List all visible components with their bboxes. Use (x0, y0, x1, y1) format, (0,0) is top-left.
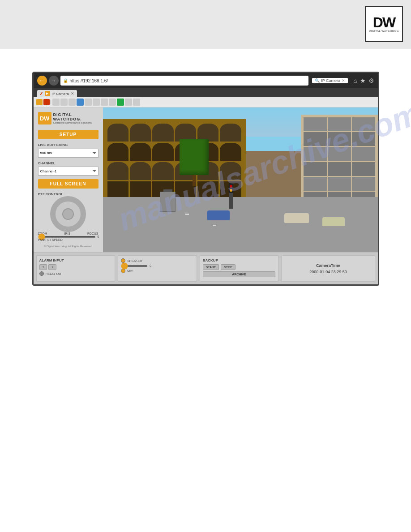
road-marking (213, 225, 216, 226)
window (304, 147, 327, 161)
window (107, 181, 128, 199)
relay-out-label: RELAY OUT (46, 272, 63, 275)
window (304, 162, 327, 176)
browser-window: ← → 🔒 https://192.168.1.6/ 🔍 IP Camera ✕… (32, 72, 379, 286)
sidebar-brand: DIGITAL WATCHDOG. Complete Surveillance … (53, 112, 92, 124)
channel-label: CHANNEL (38, 161, 98, 165)
sidebar-brand-name: DIGITAL WATCHDOG. (53, 112, 92, 121)
settings-icon[interactable]: ⚙ (368, 77, 374, 84)
browser-tab[interactable]: ✗ ▶ IP Camera ✕ (37, 90, 77, 97)
tree-foliage (180, 139, 209, 175)
lock-icon: 🔒 (63, 78, 68, 83)
home-icon[interactable]: ⌂ (353, 77, 357, 84)
address-bar[interactable]: 🔒 https://192.168.1.6/ (60, 76, 309, 86)
setup-button[interactable]: SETUP (38, 130, 98, 139)
alarm-btn-2[interactable]: 2 (48, 264, 56, 270)
bus-stop-panel (160, 192, 176, 212)
toolbar-icon-5[interactable] (68, 99, 76, 106)
camera-main: DW DIGITAL WATCHDOG. Complete Surveillan… (34, 107, 378, 252)
camera-time-title: CameraTime (316, 263, 340, 268)
channel-section: CHANNEL Channel-1 (38, 161, 98, 176)
alarm-btn-1[interactable]: 1 (39, 264, 47, 270)
camera-interface: DW DIGITAL WATCHDOG. Complete Surveillan… (34, 107, 378, 284)
fullscreen-button[interactable]: FULL SCREEN (38, 179, 98, 189)
window (304, 132, 327, 146)
toolbar-icon-2[interactable] (43, 99, 50, 105)
sidebar-logo-text: DW (40, 115, 50, 122)
backup-stop-btn[interactable]: STOP (221, 264, 235, 270)
star-icon[interactable]: ★ (360, 77, 366, 84)
ptz-inner-button[interactable] (62, 208, 74, 220)
window (107, 124, 128, 142)
speaker-slider-row: 0 (121, 264, 194, 267)
toolbar-icon-3[interactable] (52, 99, 60, 106)
mic-label: MIC (127, 270, 133, 273)
window (152, 124, 173, 142)
toolbar-separator: | (51, 100, 51, 104)
camera-sidebar: DW DIGITAL WATCHDOG. Complete Surveillan… (34, 107, 103, 252)
window (304, 117, 327, 131)
toolbar-icon-7[interactable] (85, 99, 92, 106)
toolbar-icon-8[interactable] (93, 99, 100, 106)
toolbar-icon-10[interactable] (109, 99, 116, 106)
window (328, 147, 351, 161)
window (107, 162, 128, 180)
ptz-speed-slider[interactable] (38, 236, 96, 238)
live-buffering-label: LIVE BUFFERING (38, 143, 98, 147)
ptz-outer-ring[interactable] (50, 196, 86, 232)
window (352, 117, 375, 131)
toolbar-icon-1[interactable] (36, 99, 43, 105)
bus-stop (163, 189, 172, 212)
ptz-speed-value: 0 (98, 235, 99, 238)
traffic-light-amber (230, 189, 232, 192)
car-beige (322, 217, 345, 226)
window (130, 162, 151, 180)
window (220, 143, 241, 161)
sidebar-tagline: Complete Surveillance Solutions (53, 121, 92, 124)
traffic-light-red (230, 185, 232, 188)
camera-feed (103, 107, 378, 252)
window (328, 177, 351, 191)
window (175, 124, 196, 142)
toolbar-icon-12[interactable] (125, 99, 132, 106)
tab-label-address: IP Camera (321, 78, 340, 83)
street-scene (103, 107, 378, 252)
tab-icon: ▶ (45, 91, 50, 96)
toolbar-icon-11[interactable] (117, 99, 124, 106)
window (328, 117, 351, 131)
ptz-wheel[interactable] (50, 196, 86, 232)
toolbar-icon-9[interactable] (101, 99, 108, 106)
window (304, 177, 327, 191)
window (328, 132, 351, 146)
sidebar-logo-box: DW (38, 112, 51, 124)
back-button[interactable]: ← (37, 76, 47, 86)
window (130, 124, 151, 142)
backup-buttons-row: START STOP (203, 264, 276, 270)
toolbar-icon-4[interactable] (60, 99, 68, 106)
channel-select[interactable]: Channel-1 (38, 167, 98, 176)
window (197, 124, 218, 142)
toolbar-icon-6[interactable] (77, 99, 84, 106)
close-tab-icon[interactable]: ✕ (71, 91, 74, 96)
search-box[interactable]: 🔍 (315, 78, 320, 83)
tree (180, 139, 209, 186)
live-buffering-select[interactable]: 500 ms (38, 149, 98, 158)
nav-icons: ⌂ ★ ⚙ (353, 77, 374, 84)
speaker-mic-panel: SPEAKER 0 MIC (118, 255, 197, 282)
speaker-value: 0 (150, 264, 151, 267)
header: DW DIGITAL WATCHDOG (0, 0, 411, 49)
backup-start-btn[interactable]: START (203, 264, 219, 270)
speaker-slider[interactable] (121, 265, 148, 267)
alarm-input-panel: ALARM INPUT 1 2 RELAY OUT (36, 255, 116, 282)
alarm-input-row: 1 2 (39, 264, 112, 270)
archive-btn[interactable]: ARCHIVE (203, 271, 276, 277)
window (220, 124, 241, 142)
backup-panel: BACKUP START STOP ARCHIVE (200, 255, 279, 282)
forward-button[interactable]: → (49, 76, 59, 86)
close-search-icon[interactable]: ✕ (342, 78, 345, 83)
archive-row: ARCHIVE (203, 271, 276, 277)
ptz-label: PTZ CONTROL (38, 192, 98, 196)
toolbar-icon-13[interactable] (133, 99, 140, 106)
window (152, 162, 173, 180)
mic-indicator (121, 269, 125, 273)
